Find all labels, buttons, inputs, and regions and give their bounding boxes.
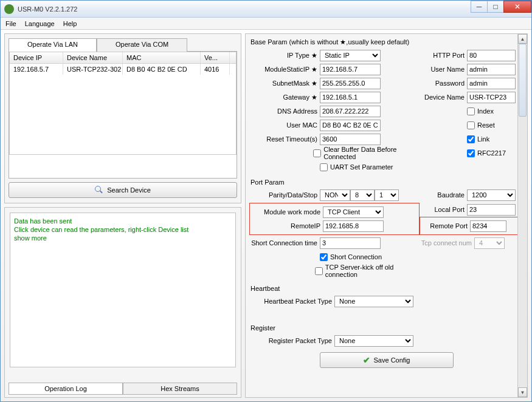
parity-select[interactable]: NONE — [320, 189, 350, 201]
stop-bits-select[interactable]: 1 — [375, 189, 399, 201]
menu-help[interactable]: Help — [63, 20, 77, 27]
operation-log: Data has been sent Click device can read… — [10, 213, 236, 367]
work-mode-select[interactable]: TCP Client — [323, 206, 384, 218]
local-port-input[interactable] — [467, 204, 516, 216]
device-table[interactable]: Device IP Device Name MAC Ve... 192.168.… — [9, 52, 237, 155]
kick-old-checkbox[interactable]: TCP Server-kick off old connection — [315, 264, 420, 278]
gateway-input[interactable] — [320, 92, 381, 103]
menu-language[interactable]: Language — [25, 20, 55, 27]
subnet-mask-input[interactable] — [320, 78, 381, 89]
maximize-button[interactable]: □ — [487, 1, 504, 13]
save-config-button[interactable]: ✔ Save Config — [320, 352, 454, 368]
close-button[interactable]: ✕ — [503, 1, 531, 13]
titlebar: USR-M0 V2.2.1.272 ─ □ ✕ — [1, 1, 531, 18]
tab-com[interactable]: Operate Via COM — [97, 38, 187, 52]
scroll-thumb[interactable] — [519, 44, 527, 117]
work-mode-box: Module work modeTCP Client RemoteIP — [249, 203, 420, 235]
data-bits-select[interactable]: 8 — [350, 189, 375, 201]
check-icon: ✔ — [363, 355, 370, 365]
dns-input[interactable] — [320, 106, 381, 117]
static-ip-input[interactable] — [320, 64, 381, 75]
username-input[interactable] — [467, 64, 516, 75]
menu-file[interactable]: File — [5, 20, 16, 27]
col-device-ip[interactable]: Device IP — [10, 52, 63, 63]
col-mac[interactable]: MAC — [123, 52, 201, 63]
window-title: USR-M0 V2.2.1.272 — [18, 5, 77, 13]
heartbeat-type-select[interactable]: None — [334, 296, 413, 307]
ip-type-select[interactable]: Static IP — [320, 50, 381, 61]
tab-hex-streams[interactable]: Hex Streams — [123, 383, 237, 395]
scroll-up-button[interactable]: ▲ — [518, 34, 527, 44]
tab-operation-log[interactable]: Operation Log — [9, 383, 123, 395]
search-icon — [95, 186, 103, 194]
password-input[interactable] — [467, 78, 516, 89]
tcp-connect-num-select: 4 — [474, 237, 505, 249]
index-checkbox[interactable]: Index — [467, 107, 494, 115]
link-checkbox[interactable]: Link — [467, 135, 489, 143]
scroll-down-button[interactable]: ▼ — [518, 387, 527, 397]
app-icon — [4, 4, 14, 14]
base-param-title: Base Param (which is without ★,usually k… — [249, 36, 523, 48]
rfc2217-checkbox[interactable]: RFC2217 — [467, 149, 506, 157]
reset-timeout-input[interactable] — [320, 134, 381, 145]
remote-port-input[interactable] — [470, 220, 506, 232]
search-device-button[interactable]: Search Device — [9, 182, 237, 198]
tab-lan[interactable]: Operate Via LAN — [9, 38, 97, 52]
col-ver[interactable]: Ve... — [201, 52, 230, 63]
http-port-input[interactable] — [467, 50, 516, 61]
menubar: File Language Help — [1, 18, 531, 30]
device-name-input[interactable] — [467, 92, 516, 103]
remote-ip-input[interactable] — [323, 220, 384, 232]
uart-set-checkbox[interactable]: UART Set Parameter — [320, 163, 393, 171]
clear-buffer-checkbox[interactable]: Clear Buffer Data Before Connected — [313, 146, 420, 160]
heartbeat-title: Heartbeat — [249, 283, 523, 294]
register-title: Register — [249, 322, 523, 333]
table-row[interactable]: 192.168.5.7 USR-TCP232-302 D8 B0 4C B2 0… — [10, 64, 236, 75]
register-type-select[interactable]: None — [334, 335, 413, 347]
vertical-scrollbar[interactable]: ▲ ▼ — [517, 34, 527, 397]
col-device-name[interactable]: Device Name — [63, 52, 123, 63]
minimize-button[interactable]: ─ — [471, 1, 488, 13]
remote-port-box: Remote Port — [420, 217, 523, 235]
baudrate-select[interactable]: 1200 — [467, 189, 516, 201]
short-connection-checkbox[interactable]: Short Connection — [320, 253, 382, 261]
port-param-title: Port Param — [249, 177, 523, 188]
short-conn-time-input[interactable] — [320, 237, 381, 249]
main-window: USR-M0 V2.2.1.272 ─ □ ✕ File Language He… — [0, 0, 532, 402]
reset-checkbox[interactable]: Reset — [467, 121, 495, 129]
user-mac-input[interactable] — [320, 120, 381, 131]
